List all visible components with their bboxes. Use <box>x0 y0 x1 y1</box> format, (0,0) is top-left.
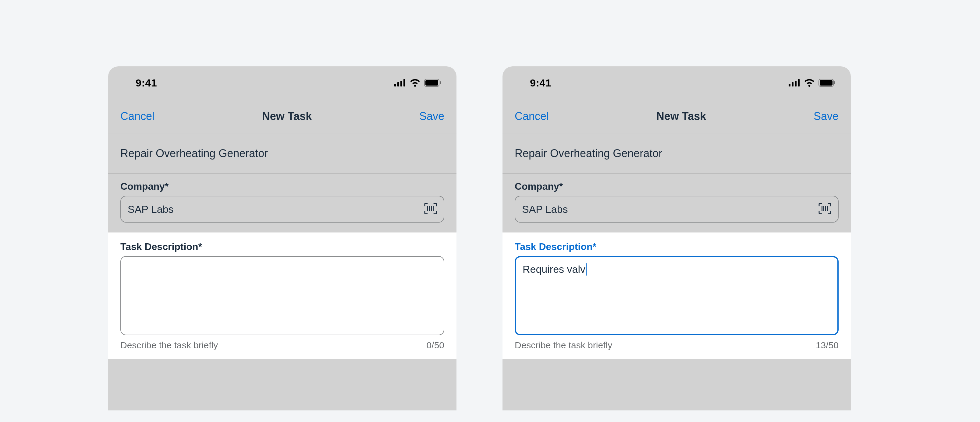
company-field: Company* SAP Labs <box>108 173 457 232</box>
description-hint: Describe the task briefly <box>120 340 218 351</box>
company-input[interactable]: SAP Labs <box>120 196 444 222</box>
cellular-icon <box>789 79 800 86</box>
svg-rect-0 <box>394 84 396 86</box>
wifi-icon <box>410 79 420 87</box>
company-label: Company* <box>515 181 838 192</box>
cellular-icon <box>394 79 406 86</box>
description-hint: Describe the task briefly <box>515 340 612 351</box>
section-title: Repair Overheating Generator <box>108 133 457 173</box>
navbar: Cancel New Task Save <box>108 99 457 133</box>
section-title: Repair Overheating Generator <box>503 133 851 173</box>
svg-rect-7 <box>427 206 428 211</box>
barcode-scan-icon[interactable] <box>818 203 831 216</box>
section-divider <box>503 359 851 371</box>
company-value: SAP Labs <box>128 203 424 215</box>
svg-rect-6 <box>440 81 441 84</box>
svg-rect-5 <box>425 80 438 86</box>
char-counter: 0/50 <box>426 340 444 351</box>
battery-icon <box>818 79 835 87</box>
hint-row: Describe the task briefly 13/50 <box>515 340 838 351</box>
description-field: Task Description* Describe the task brie… <box>108 232 457 359</box>
svg-rect-13 <box>795 81 797 86</box>
svg-rect-10 <box>433 206 434 211</box>
page-title: New Task <box>262 110 312 123</box>
description-value: Requires valv <box>523 263 585 275</box>
status-bar: 9:41 <box>108 67 457 99</box>
company-value: SAP Labs <box>522 203 818 215</box>
description-textarea[interactable] <box>120 256 444 335</box>
svg-rect-2 <box>401 81 402 86</box>
char-counter: 13/50 <box>816 340 838 351</box>
description-textarea[interactable]: Requires valv <box>515 256 838 335</box>
cancel-button[interactable]: Cancel <box>120 110 154 123</box>
text-cursor-icon <box>586 263 587 276</box>
status-icons <box>394 79 441 87</box>
svg-rect-11 <box>789 84 791 86</box>
svg-rect-20 <box>825 206 826 211</box>
description-label: Task Description* <box>515 241 838 252</box>
status-time: 9:41 <box>135 77 157 89</box>
wifi-icon <box>804 79 815 87</box>
svg-rect-16 <box>820 80 832 86</box>
svg-rect-19 <box>823 206 824 211</box>
page-title: New Task <box>656 110 706 123</box>
company-label: Company* <box>120 181 444 192</box>
hint-row: Describe the task briefly 0/50 <box>120 340 444 351</box>
save-button[interactable]: Save <box>814 110 838 123</box>
battery-icon <box>424 79 441 87</box>
svg-rect-12 <box>792 82 794 86</box>
company-field: Company* SAP Labs <box>503 173 851 232</box>
svg-rect-21 <box>827 206 828 211</box>
svg-rect-14 <box>798 79 800 86</box>
phone-frame-left: 9:41 Cancel New Task Save Repair Overhea… <box>108 67 457 411</box>
cancel-button[interactable]: Cancel <box>515 110 549 123</box>
section-divider <box>108 359 457 371</box>
svg-rect-17 <box>834 81 835 84</box>
company-input[interactable]: SAP Labs <box>515 196 838 222</box>
navbar: Cancel New Task Save <box>503 99 851 133</box>
status-bar: 9:41 <box>503 67 851 99</box>
svg-rect-18 <box>821 206 822 211</box>
svg-rect-1 <box>397 82 399 86</box>
phone-frame-right: 9:41 Cancel New Task Save Repair Overhea… <box>503 67 851 411</box>
status-time: 9:41 <box>530 77 551 89</box>
barcode-scan-icon[interactable] <box>424 203 437 216</box>
svg-rect-8 <box>429 206 430 211</box>
status-icons <box>789 79 835 87</box>
description-field: Task Description* Requires valv Describe… <box>503 232 851 359</box>
svg-rect-9 <box>431 206 432 211</box>
save-button[interactable]: Save <box>419 110 444 123</box>
svg-rect-3 <box>404 79 405 86</box>
description-label: Task Description* <box>120 241 444 252</box>
